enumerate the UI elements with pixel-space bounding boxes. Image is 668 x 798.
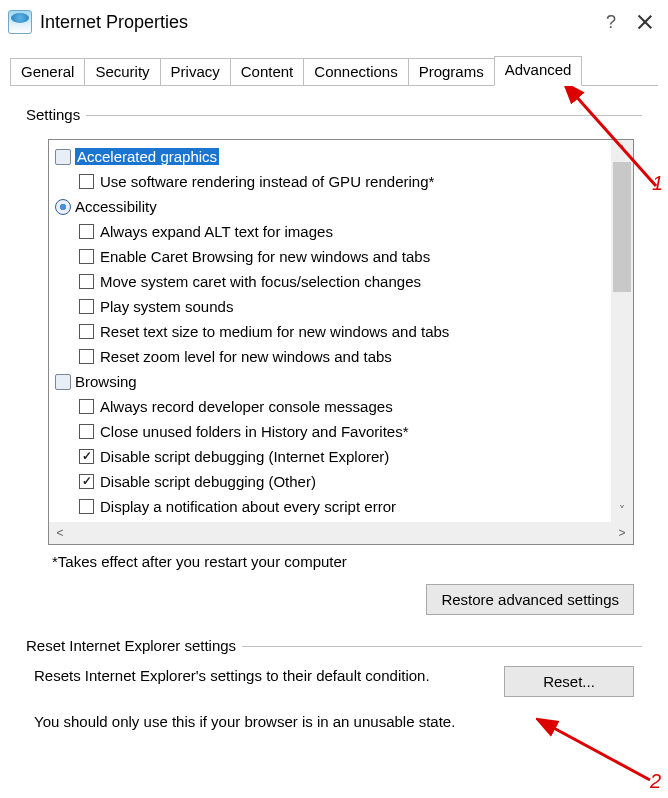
tab-programs[interactable]: Programs <box>408 58 495 86</box>
tree-item[interactable]: Close unused folders in History and Favo… <box>53 419 611 444</box>
reset-description: Resets Internet Explorer's settings to t… <box>34 666 486 686</box>
scroll-thumb[interactable] <box>613 162 631 292</box>
tree-item-label: Move system caret with focus/selection c… <box>100 273 421 290</box>
restore-advanced-button[interactable]: Restore advanced settings <box>426 584 634 615</box>
accessibility-icon <box>55 199 71 215</box>
tab-content[interactable]: Content <box>230 58 305 86</box>
tree-item[interactable]: Reset zoom level for new windows and tab… <box>53 344 611 369</box>
tree-item[interactable]: Always expand ALT text for images <box>53 219 611 244</box>
reset-button[interactable]: Reset... <box>504 666 634 697</box>
reset-group: Reset Internet Explorer settings Resets … <box>26 637 642 730</box>
tree-item-label: Enable Caret Browsing for new windows an… <box>100 248 430 265</box>
tree-item-label: Always record developer console messages <box>100 398 393 415</box>
checkbox[interactable] <box>79 299 94 314</box>
annotation-label-2: 2 <box>650 770 661 793</box>
tree-item-label: Display a notification about every scrip… <box>100 498 396 515</box>
tree-category[interactable]: Accessibility <box>53 194 611 219</box>
restart-footnote: *Takes effect after you restart your com… <box>52 553 642 570</box>
tree-item-label: Play system sounds <box>100 298 233 315</box>
tree-item[interactable]: Disable script debugging (Other) <box>53 469 611 494</box>
tree-item-label: Use software rendering instead of GPU re… <box>100 173 434 190</box>
checkbox[interactable] <box>79 249 94 264</box>
checkbox[interactable] <box>79 224 94 239</box>
checkbox[interactable] <box>79 474 94 489</box>
tab-connections[interactable]: Connections <box>303 58 408 86</box>
tree-category[interactable]: Accelerated graphics <box>53 144 611 169</box>
reset-group-label: Reset Internet Explorer settings <box>26 637 242 654</box>
scroll-left-icon[interactable]: < <box>49 526 71 540</box>
checkbox[interactable] <box>79 174 94 189</box>
tree-item-label: Reset zoom level for new windows and tab… <box>100 348 392 365</box>
help-button[interactable]: ? <box>606 12 616 33</box>
advanced-panel: Settings Accelerated graphicsUse softwar… <box>0 86 668 730</box>
tree-category[interactable]: Browsing <box>53 369 611 394</box>
settings-tree-list[interactable]: Accelerated graphicsUse software renderi… <box>49 140 611 522</box>
scroll-right-icon[interactable]: > <box>611 526 633 540</box>
tree-item[interactable]: Move system caret with focus/selection c… <box>53 269 611 294</box>
checkbox[interactable] <box>79 399 94 414</box>
tree-category-label: Browsing <box>75 373 137 390</box>
scroll-up-icon[interactable]: ˄ <box>611 140 633 162</box>
tree-item[interactable]: Play system sounds <box>53 294 611 319</box>
checkbox[interactable] <box>79 449 94 464</box>
tree-item-label: Disable script debugging (Internet Explo… <box>100 448 389 465</box>
tree-item[interactable]: Always record developer console messages <box>53 394 611 419</box>
settings-tree: Accelerated graphicsUse software renderi… <box>48 139 634 545</box>
category-icon <box>55 374 71 390</box>
tab-security[interactable]: Security <box>84 58 160 86</box>
window-title: Internet Properties <box>40 12 606 33</box>
tree-item[interactable]: Reset text size to medium for new window… <box>53 319 611 344</box>
tab-privacy[interactable]: Privacy <box>160 58 231 86</box>
scroll-down-icon[interactable]: ˅ <box>611 500 633 522</box>
tree-item[interactable]: Enable Caret Browsing for new windows an… <box>53 244 611 269</box>
tree-category-label: Accessibility <box>75 198 157 215</box>
tree-item-label: Disable script debugging (Other) <box>100 473 316 490</box>
checkbox[interactable] <box>79 349 94 364</box>
tree-item[interactable]: Disable script debugging (Internet Explo… <box>53 444 611 469</box>
tree-item[interactable]: Use software rendering instead of GPU re… <box>53 169 611 194</box>
checkbox[interactable] <box>79 499 94 514</box>
tree-item-label: Reset text size to medium for new window… <box>100 323 449 340</box>
tree-item-label: Always expand ALT text for images <box>100 223 333 240</box>
horizontal-scrollbar[interactable]: < > <box>49 522 633 544</box>
checkbox[interactable] <box>79 424 94 439</box>
reset-warning: You should only use this if your browser… <box>34 713 634 730</box>
tree-category-label: Accelerated graphics <box>75 148 219 165</box>
annotation-label-1: 1 <box>652 172 663 195</box>
group-divider <box>86 115 642 116</box>
tree-item[interactable]: Display a notification about every scrip… <box>53 494 611 519</box>
settings-group-label: Settings <box>26 106 86 123</box>
category-icon <box>55 149 71 165</box>
tree-item-label: Close unused folders in History and Favo… <box>100 423 408 440</box>
group-divider <box>242 646 642 647</box>
checkbox[interactable] <box>79 274 94 289</box>
tab-strip: General Security Privacy Content Connect… <box>10 58 658 86</box>
title-bar: Internet Properties ? <box>0 0 668 44</box>
tab-general[interactable]: General <box>10 58 85 86</box>
internet-options-icon <box>8 10 32 34</box>
settings-group: Settings Accelerated graphicsUse softwar… <box>26 106 642 615</box>
tab-advanced[interactable]: Advanced <box>494 56 583 86</box>
vertical-scrollbar[interactable]: ˄ ˅ <box>611 140 633 522</box>
checkbox[interactable] <box>79 324 94 339</box>
close-button[interactable] <box>638 15 652 29</box>
svg-line-1 <box>550 726 650 780</box>
